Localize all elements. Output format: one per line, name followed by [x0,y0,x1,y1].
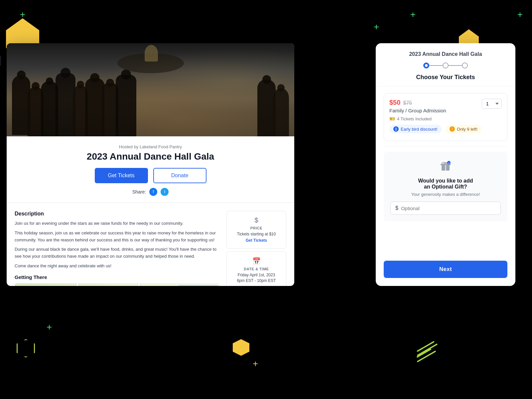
early-bird-icon: $ [393,126,399,132]
low-stock-badge: ! Only 9 left! [446,125,481,133]
gift-input-container: $ [390,201,501,215]
dollar-symbol: $ [395,205,398,211]
next-button[interactable]: Next [384,261,507,278]
action-buttons: Get Tickets Donate [20,168,281,183]
warning-icon: ! [450,126,455,132]
gift-icon: + [390,159,501,175]
event-info-section: Hosted by Lakeland Food Pantry 2023 Annu… [7,136,294,203]
step-1-dot [423,63,429,68]
datetime-value: Friday April 1st, 20236pm EST - 10pm EST [232,272,281,284]
desc-p4: Come dance the night away and celebrate … [15,263,220,270]
ticket-price-old: $75 [403,100,412,106]
description-heading: Description [15,211,220,217]
ticket-includes-label: 4 Tickets Included [397,116,432,121]
description-column: Description Join us for an evening under… [15,211,220,286]
calendar-icon: 📅 [232,257,281,265]
desc-p3: During our annual black tie dance gala, … [15,246,220,260]
step-2-dot [443,63,449,68]
price-icon: $ [232,216,281,224]
datetime-label: DATE & TIME [232,267,281,271]
panel-subtitle: Choose Your Tickets [384,74,507,81]
deco-plus-3: + [374,22,379,32]
ticket-quantity-select[interactable]: 1 2 3 4 5 [482,99,502,109]
step-3-dot [462,63,468,68]
map-area: SHORE ACRES NORTHLAKE WIRE PARKER STREET [15,283,220,286]
ticket-icon: 🎫 [389,116,395,121]
deco-plus-6: + [253,358,258,369]
ticket-top-row: $50 $75 Family / Group Admission 1 2 3 4… [389,99,502,113]
step-line-2 [449,65,462,66]
price-card: $ PRICE Tickets starting at $10 Get Tick… [226,211,286,249]
ticket-info: $50 $75 Family / Group Admission [389,99,446,113]
ticket-price-row: $50 $75 [389,99,446,106]
panel-footer: Next [376,255,515,286]
deco-plus-5: + [47,322,52,332]
event-title: 2023 Annual Dance Hall Gala [20,151,281,162]
share-row: Share: f t [20,188,281,196]
deco-plus-4: + [410,9,416,20]
gift-section: + Would you like to addan Optional Gift?… [384,152,507,221]
panel-header: 2023 Annual Dance Hall Gala Choose Your … [376,43,515,86]
progress-steps [384,63,507,68]
deco-plus-7: + [517,9,523,20]
early-bird-label: Early bird discount! [401,127,438,132]
deco-green-lines [416,346,439,359]
getting-there-heading: Getting There [15,274,220,280]
event-hero [7,43,294,136]
share-label: Share: [132,189,146,195]
ticket-option: $50 $75 Family / Group Admission 1 2 3 4… [384,93,507,141]
panel-event-title: 2023 Annual Dance Hall Gala [384,51,507,57]
ticket-badges: $ Early bird discount! ! Only 9 left! [389,125,502,135]
donate-button[interactable]: Donate [153,168,206,183]
gift-title-text: Would you like to addan Optional Gift? [418,178,473,190]
deco-hex-filled [233,339,249,356]
datetime-card: 📅 DATE & TIME Friday April 1st, 20236pm … [226,251,286,286]
price-label: PRICE [232,226,281,230]
svg-text:+: + [448,162,450,165]
desc-p1: Join us for an evening under the stars a… [15,220,220,227]
price-get-tickets-link[interactable]: Get Tickets [246,238,267,243]
ticket-name: Family / Group Admission [389,108,446,113]
step-line-1 [429,65,443,66]
ticket-includes-row: 🎫 4 Tickets Included [389,116,502,121]
ticket-panel: 2023 Annual Dance Hall Gala Choose Your … [376,43,515,286]
facebook-icon[interactable]: f [149,188,157,196]
panel-body: $50 $75 Family / Group Admission 1 2 3 4… [376,86,515,255]
hosted-by: Hosted by Lakeland Food Pantry [20,144,281,149]
step-1-inner [425,64,428,67]
gift-amount-input[interactable] [401,205,496,211]
gift-title: Would you like to addan Optional Gift? [390,178,501,190]
info-column: $ PRICE Tickets starting at $10 Get Tick… [226,211,286,286]
desc-p2: This holiday season, join us as we celeb… [15,230,220,244]
gift-subtitle: Your generosity makes a difference! [390,192,501,197]
event-body: Description Join us for an evening under… [7,203,294,286]
low-stock-label: Only 9 left! [457,127,477,132]
early-bird-badge: $ Early bird discount! [389,125,442,133]
deco-hex-outline-bottom [17,339,35,357]
ticket-price-new: $50 [389,99,400,106]
price-value: Tickets starting at $10 [232,231,281,237]
get-tickets-button[interactable]: Get Tickets [95,168,148,183]
browser-window: Hosted by Lakeland Food Pantry 2023 Annu… [7,43,294,286]
section-divider [384,146,507,147]
twitter-icon[interactable]: t [161,188,169,196]
